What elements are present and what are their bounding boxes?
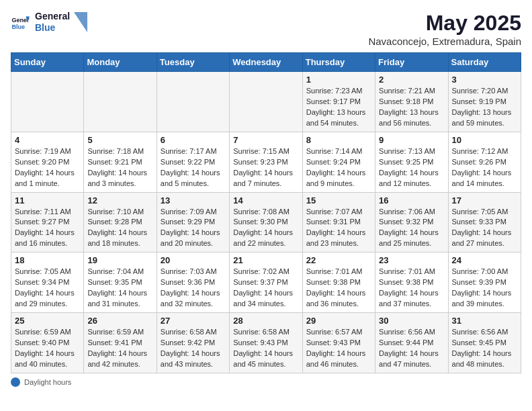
calendar-cell: 27Sunrise: 6:58 AM Sunset: 9:42 PM Dayli… — [157, 313, 229, 373]
calendar-week-row: 25Sunrise: 6:59 AM Sunset: 9:40 PM Dayli… — [11, 313, 521, 373]
calendar-week-row: 18Sunrise: 7:05 AM Sunset: 9:34 PM Dayli… — [11, 253, 521, 313]
calendar-cell — [11, 72, 84, 132]
weekday-header-cell: Tuesday — [157, 53, 229, 72]
calendar-cell: 12Sunrise: 7:10 AM Sunset: 9:28 PM Dayli… — [84, 192, 157, 253]
day-info: Sunrise: 6:59 AM Sunset: 9:41 PM Dayligh… — [87, 327, 152, 370]
calendar-cell: 5Sunrise: 7:18 AM Sunset: 9:21 PM Daylig… — [84, 132, 157, 192]
calendar-cell: 8Sunrise: 7:14 AM Sunset: 9:24 PM Daylig… — [302, 132, 375, 192]
day-info: Sunrise: 7:11 AM Sunset: 9:27 PM Dayligh… — [15, 207, 80, 250]
day-number: 15 — [306, 195, 371, 205]
day-number: 18 — [15, 255, 80, 265]
calendar-cell: 31Sunrise: 6:56 AM Sunset: 9:45 PM Dayli… — [448, 313, 521, 373]
calendar-cell: 7Sunrise: 7:15 AM Sunset: 9:23 PM Daylig… — [230, 132, 302, 192]
calendar-cell: 30Sunrise: 6:56 AM Sunset: 9:44 PM Dayli… — [375, 313, 448, 373]
day-info: Sunrise: 7:12 AM Sunset: 9:26 PM Dayligh… — [452, 146, 517, 189]
day-info: Sunrise: 7:01 AM Sunset: 9:38 PM Dayligh… — [379, 267, 444, 310]
calendar-cell: 23Sunrise: 7:01 AM Sunset: 9:38 PM Dayli… — [375, 253, 448, 313]
day-number: 3 — [452, 75, 517, 85]
day-number: 2 — [379, 75, 444, 85]
day-info: Sunrise: 7:01 AM Sunset: 9:38 PM Dayligh… — [306, 267, 371, 310]
day-number: 26 — [87, 316, 152, 326]
logo-general: General — [35, 11, 70, 22]
footer-label: Daylight hours — [24, 378, 71, 386]
calendar-cell: 21Sunrise: 7:02 AM Sunset: 9:37 PM Dayli… — [230, 253, 302, 313]
day-number: 22 — [306, 255, 371, 265]
month-title: May 2025 — [368, 11, 521, 36]
calendar-cell — [84, 72, 157, 132]
calendar-body: 1Sunrise: 7:23 AM Sunset: 9:17 PM Daylig… — [11, 72, 521, 373]
calendar-cell: 18Sunrise: 7:05 AM Sunset: 9:34 PM Dayli… — [11, 253, 84, 313]
logo: General Blue General Blue — [11, 11, 87, 34]
calendar-week-row: 4Sunrise: 7:19 AM Sunset: 9:20 PM Daylig… — [11, 132, 521, 192]
day-number: 4 — [15, 135, 80, 145]
calendar-cell: 19Sunrise: 7:04 AM Sunset: 9:35 PM Dayli… — [84, 253, 157, 313]
calendar-cell: 28Sunrise: 6:58 AM Sunset: 9:43 PM Dayli… — [230, 313, 302, 373]
day-number: 29 — [306, 316, 371, 326]
day-info: Sunrise: 7:10 AM Sunset: 9:28 PM Dayligh… — [87, 207, 152, 250]
calendar-cell: 15Sunrise: 7:07 AM Sunset: 9:31 PM Dayli… — [302, 192, 375, 253]
day-number: 30 — [379, 316, 444, 326]
day-info: Sunrise: 7:18 AM Sunset: 9:21 PM Dayligh… — [87, 146, 152, 189]
calendar-cell: 22Sunrise: 7:01 AM Sunset: 9:38 PM Dayli… — [302, 253, 375, 313]
day-info: Sunrise: 7:04 AM Sunset: 9:35 PM Dayligh… — [87, 267, 152, 310]
day-info: Sunrise: 7:14 AM Sunset: 9:24 PM Dayligh… — [306, 146, 371, 189]
day-number: 12 — [87, 195, 152, 205]
svg-text:Blue: Blue — [11, 24, 25, 30]
day-info: Sunrise: 6:56 AM Sunset: 9:44 PM Dayligh… — [379, 327, 444, 370]
weekday-header-row: SundayMondayTuesdayWednesdayThursdayFrid… — [11, 53, 521, 72]
logo-arrow-icon — [74, 12, 87, 32]
day-number: 8 — [306, 135, 371, 145]
weekday-header-cell: Friday — [375, 53, 448, 72]
day-info: Sunrise: 6:59 AM Sunset: 9:40 PM Dayligh… — [15, 327, 80, 370]
day-info: Sunrise: 7:13 AM Sunset: 9:25 PM Dayligh… — [379, 146, 444, 189]
weekday-header-cell: Monday — [84, 53, 157, 72]
day-number: 14 — [233, 195, 298, 205]
day-number: 11 — [15, 195, 80, 205]
calendar-cell: 20Sunrise: 7:03 AM Sunset: 9:36 PM Dayli… — [157, 253, 229, 313]
day-info: Sunrise: 7:15 AM Sunset: 9:23 PM Dayligh… — [233, 146, 298, 189]
day-info: Sunrise: 7:05 AM Sunset: 9:33 PM Dayligh… — [452, 207, 517, 250]
calendar-week-row: 1Sunrise: 7:23 AM Sunset: 9:17 PM Daylig… — [11, 72, 521, 132]
day-number: 5 — [87, 135, 152, 145]
day-number: 1 — [306, 75, 371, 85]
day-info: Sunrise: 7:05 AM Sunset: 9:34 PM Dayligh… — [15, 267, 80, 310]
calendar-cell: 6Sunrise: 7:17 AM Sunset: 9:22 PM Daylig… — [157, 132, 229, 192]
footer-dot-icon — [11, 377, 20, 387]
footer-note: Daylight hours — [11, 377, 521, 387]
day-number: 9 — [379, 135, 444, 145]
calendar-cell: 26Sunrise: 6:59 AM Sunset: 9:41 PM Dayli… — [84, 313, 157, 373]
day-info: Sunrise: 7:07 AM Sunset: 9:31 PM Dayligh… — [306, 207, 371, 250]
calendar-cell: 14Sunrise: 7:08 AM Sunset: 9:30 PM Dayli… — [230, 192, 302, 253]
calendar-week-row: 11Sunrise: 7:11 AM Sunset: 9:27 PM Dayli… — [11, 192, 521, 253]
svg-marker-3 — [74, 12, 87, 32]
day-number: 31 — [452, 316, 517, 326]
location-title: Navaconcejo, Extremadura, Spain — [368, 36, 521, 47]
header: General Blue General Blue May 2025 Navac… — [11, 11, 521, 47]
calendar-cell: 29Sunrise: 6:57 AM Sunset: 9:43 PM Dayli… — [302, 313, 375, 373]
day-info: Sunrise: 7:21 AM Sunset: 9:18 PM Dayligh… — [379, 86, 444, 129]
calendar-cell: 1Sunrise: 7:23 AM Sunset: 9:17 PM Daylig… — [302, 72, 375, 132]
day-number: 24 — [452, 255, 517, 265]
day-info: Sunrise: 7:20 AM Sunset: 9:19 PM Dayligh… — [452, 86, 517, 129]
day-info: Sunrise: 6:57 AM Sunset: 9:43 PM Dayligh… — [306, 327, 371, 370]
day-info: Sunrise: 7:00 AM Sunset: 9:39 PM Dayligh… — [452, 267, 517, 310]
day-info: Sunrise: 7:09 AM Sunset: 9:29 PM Dayligh… — [161, 207, 226, 250]
day-number: 19 — [87, 255, 152, 265]
day-info: Sunrise: 6:58 AM Sunset: 9:42 PM Dayligh… — [161, 327, 226, 370]
calendar-cell: 9Sunrise: 7:13 AM Sunset: 9:25 PM Daylig… — [375, 132, 448, 192]
day-number: 6 — [161, 135, 226, 145]
day-number: 21 — [233, 255, 298, 265]
day-info: Sunrise: 7:23 AM Sunset: 9:17 PM Dayligh… — [306, 86, 371, 129]
day-info: Sunrise: 6:58 AM Sunset: 9:43 PM Dayligh… — [233, 327, 298, 370]
day-info: Sunrise: 7:17 AM Sunset: 9:22 PM Dayligh… — [161, 146, 226, 189]
calendar-cell: 13Sunrise: 7:09 AM Sunset: 9:29 PM Dayli… — [157, 192, 229, 253]
day-info: Sunrise: 7:19 AM Sunset: 9:20 PM Dayligh… — [15, 146, 80, 189]
calendar-cell — [157, 72, 229, 132]
day-number: 7 — [233, 135, 298, 145]
day-number: 16 — [379, 195, 444, 205]
calendar-cell — [230, 72, 302, 132]
calendar-cell: 10Sunrise: 7:12 AM Sunset: 9:26 PM Dayli… — [448, 132, 521, 192]
weekday-header-cell: Wednesday — [230, 53, 302, 72]
weekday-header-cell: Thursday — [302, 53, 375, 72]
day-info: Sunrise: 7:08 AM Sunset: 9:30 PM Dayligh… — [233, 207, 298, 250]
